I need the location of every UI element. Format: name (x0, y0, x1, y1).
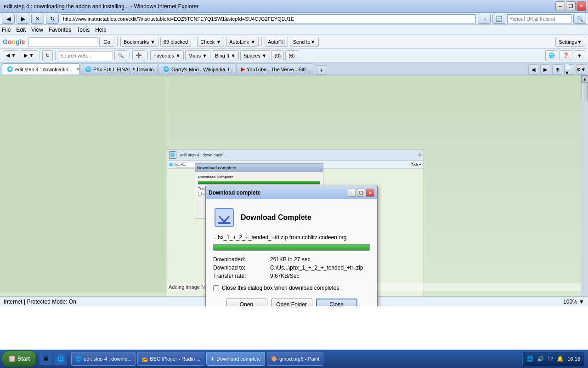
stop-button[interactable]: ✕ (31, 14, 44, 24)
start-button[interactable]: 🪟 Start (2, 351, 37, 367)
taskbar-item-0[interactable]: 🌐 edit step 4 : downlo... (71, 352, 136, 366)
refresh-btn2[interactable]: 🔄 (492, 14, 505, 24)
menu-bar: File Edit View Favorites Tools Help (0, 25, 588, 35)
tab-bar: 🌐 edit step 4 : downloadin... ✕ 🌐 Phx FU… (0, 63, 588, 75)
menu-help[interactable]: Help (95, 27, 107, 33)
taskbar-item-1[interactable]: 📻 BBC iPlayer - Radio ... (137, 352, 204, 366)
menu-view[interactable]: View (31, 27, 43, 33)
tab-close-3[interactable]: ✕ (314, 67, 314, 72)
nav-extra-btn[interactable]: ▼ (574, 50, 585, 61)
friends-nav-btn[interactable]: (6) (285, 50, 298, 61)
nav-sep-3 (130, 51, 130, 60)
svg-rect-2 (218, 222, 231, 224)
maps-nav-btn[interactable]: Maps ▼ (185, 50, 210, 61)
back-nav-btn[interactable]: ◀ ▼ (3, 50, 19, 61)
google-logo: Google (3, 38, 25, 46)
globe-btn[interactable]: 🌐 (545, 50, 558, 61)
autolink-button[interactable]: AutoLink ▼ (226, 37, 259, 47)
dialog-restore-btn[interactable]: ❐ (357, 189, 365, 197)
menu-favorites[interactable]: Favorites (49, 27, 71, 33)
download-complete-dialog: Download complete ─ ❐ ✕ Download Complet… (205, 186, 378, 306)
tab-icon-2: 🌐 (163, 66, 170, 72)
close-dialog-checkbox[interactable] (213, 285, 219, 291)
favorites-nav-btn[interactable]: Favorites ▼ (150, 50, 184, 61)
taskbar-item-3[interactable]: 🎨 gmod.org6 - Paint (267, 352, 323, 366)
check-button[interactable]: Check ▼ (197, 37, 224, 47)
menu-tools[interactable]: Tools (77, 27, 90, 33)
taskbar-item-icon-1: 📻 (141, 356, 148, 362)
page-menu-btn[interactable]: 📄▼ (564, 64, 574, 75)
tab-quick-tabs[interactable]: ⊞ (552, 64, 562, 75)
tab-scroll-left[interactable]: ◀ (528, 64, 538, 75)
menu-file[interactable]: File (2, 27, 11, 33)
dialog-filename: ...hx_1_+_2_+_tended_+tri.zip from cobli… (213, 234, 370, 241)
go-button[interactable]: → (478, 14, 491, 24)
add-btn[interactable]: ➕ (132, 50, 145, 61)
tools-menu-btn[interactable]: ⚙▼ (576, 64, 586, 75)
system-clock: 16:13 (567, 356, 580, 362)
scrollbar[interactable]: ▲ ▼ (581, 75, 588, 306)
back-button[interactable]: ◀ (2, 14, 15, 24)
tab-2[interactable]: 🌐 Garry's Mod - Wikipedia, t... ✕ (158, 63, 236, 75)
download-to-label: Download to: (213, 264, 268, 271)
open-button[interactable]: Open (226, 299, 267, 306)
blog-nav-btn[interactable]: Blog It ▼ (212, 50, 239, 61)
tab-3[interactable]: ▶ YouTube - The Verve - Bitt... ✕ (236, 63, 314, 75)
start-label: Start (17, 356, 30, 362)
google-go-button[interactable]: Go (99, 37, 114, 47)
minimize-button[interactable]: ─ (555, 1, 565, 11)
scroll-up-arrow[interactable]: ▲ (581, 75, 588, 83)
show-desktop-btn[interactable]: 🖥 (40, 352, 52, 365)
close-dialog-button[interactable]: Close (316, 299, 357, 306)
forward-button[interactable]: ▶ (17, 14, 29, 24)
tab-extra-buttons: ◀ ▶ ⊞ 📄▼ ⚙▼ (528, 64, 586, 75)
dialog-minimize-btn[interactable]: ─ (348, 189, 356, 197)
tab-close-0[interactable]: ✕ (76, 67, 80, 72)
autofill-button[interactable]: AutoFill (265, 37, 288, 47)
inner-close-checkbox[interactable] (198, 192, 202, 196)
search-nav-btn[interactable]: 🔍 (114, 50, 127, 61)
dialog-close-title-btn[interactable]: ✕ (366, 189, 374, 197)
inner-progress-fill (198, 181, 320, 184)
tab-1[interactable]: 🌐 Phx FULL FINAL!!! Downlo... ✕ (80, 63, 158, 75)
google-search-input[interactable] (28, 37, 97, 46)
tab-icon-3: ▶ (241, 66, 245, 72)
search-input-addr[interactable] (507, 14, 571, 23)
taskbar-item-label-3: gmod.org6 - Paint (279, 356, 319, 362)
progress-bar-fill (214, 245, 369, 250)
tab-0[interactable]: 🌐 edit step 4 : downloadin... ✕ (2, 63, 80, 75)
tray-icon-security: 🛡 (548, 356, 553, 362)
blocked-button[interactable]: 69 blocked (160, 37, 191, 47)
refresh-nav-btn[interactable]: ↻ (42, 50, 53, 61)
scroll-thumb[interactable] (582, 83, 588, 101)
ie-quicklaunch-btn[interactable]: 🌐 (54, 352, 67, 365)
sendto-button[interactable]: Send to▼ (290, 37, 319, 47)
tab-scroll-right[interactable]: ▶ (540, 64, 550, 75)
status-zoom-text[interactable]: 100% ▼ (563, 299, 584, 305)
title-bar-buttons: ─ ❐ ✕ (555, 1, 586, 11)
dialog-buttons: Open Open Folder Close (213, 299, 370, 306)
refresh-button[interactable]: ↻ (46, 14, 59, 24)
search-nav-input[interactable] (58, 51, 113, 60)
forward-nav-btn[interactable]: ▶ ▼ (21, 50, 37, 61)
tab-icon-0: 🌐 (7, 66, 13, 72)
menu-edit[interactable]: Edit (16, 27, 26, 33)
spaces-nav-btn[interactable]: Spaces ▼ (240, 50, 270, 61)
settings-button[interactable]: Settings▼ (555, 37, 585, 47)
open-folder-button[interactable]: Open Folder (271, 299, 312, 306)
taskbar-item-label-0: edit step 4 : downlo... (84, 356, 131, 362)
dialog-title-bar: Download complete ─ ❐ ✕ (206, 186, 377, 199)
bookmarks-button[interactable]: Bookmarks ▼ (120, 37, 158, 47)
search-go-button[interactable]: 🔍 (573, 14, 586, 24)
new-tab-button[interactable]: + (316, 65, 327, 75)
taskbar-item-2[interactable]: ⬇ Download complete (206, 352, 265, 366)
taskbar-item-label-1: BBC iPlayer - Radio ... (150, 356, 200, 362)
url-input[interactable] (61, 14, 476, 23)
close-button[interactable]: ✕ (577, 1, 586, 11)
taskbar-item-icon-3: 🎨 (271, 356, 277, 362)
counter-nav-btn[interactable]: (0) (271, 50, 284, 61)
info-btn[interactable]: ❓ (560, 50, 572, 61)
dialog-body: Download Complete ...hx_1_+_2_+_tended_+… (206, 199, 377, 306)
restore-button[interactable]: ❐ (566, 1, 576, 11)
transfer-rate-value: 9.67KB/Sec (270, 273, 370, 279)
